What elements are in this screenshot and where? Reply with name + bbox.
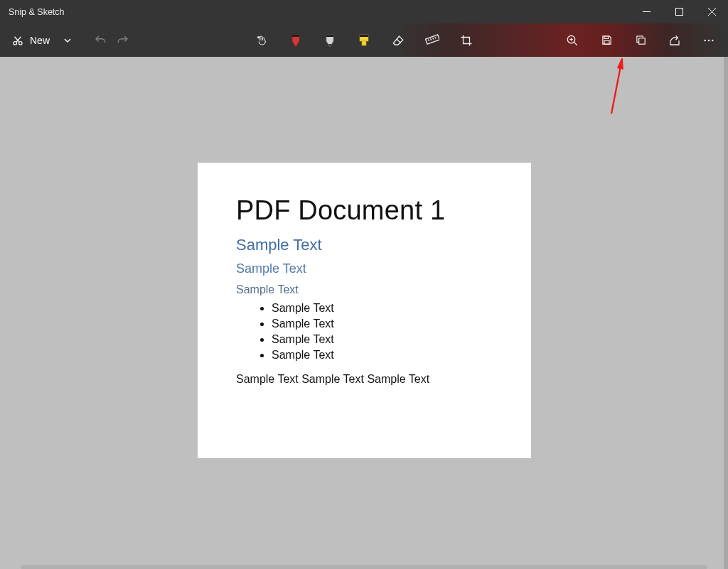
ruler-button[interactable] <box>422 28 443 52</box>
toolbar: New <box>0 23 728 57</box>
doc-heading-2: Sample Text <box>236 261 493 276</box>
save-button[interactable] <box>596 28 617 52</box>
svg-rect-24 <box>638 38 645 45</box>
share-button[interactable] <box>664 28 685 52</box>
undo-button[interactable] <box>90 28 111 52</box>
vertical-scrollbar[interactable] <box>724 57 728 569</box>
app-title: Snip & Sketch <box>9 7 65 17</box>
redo-button[interactable] <box>112 28 134 52</box>
horizontal-scrollbar[interactable] <box>21 565 707 569</box>
captured-document: PDF Document 1 Sample Text Sample Text S… <box>198 163 531 458</box>
svg-rect-1 <box>675 9 682 16</box>
minimize-button[interactable] <box>630 0 663 23</box>
new-button-label: New <box>30 35 50 46</box>
ballpoint-pen-button[interactable] <box>285 28 306 52</box>
crop-button[interactable] <box>456 28 477 52</box>
svg-point-27 <box>712 39 714 41</box>
list-item: Sample Text <box>272 300 493 316</box>
list-item: Sample Text <box>272 316 493 332</box>
svg-rect-23 <box>604 40 609 44</box>
doc-heading-3: Sample Text <box>236 283 493 296</box>
svg-point-26 <box>708 39 710 41</box>
list-item: Sample Text <box>272 347 493 363</box>
window-controls <box>630 0 728 23</box>
pencil-button[interactable] <box>319 28 341 52</box>
svg-line-16 <box>432 38 434 40</box>
maximize-button[interactable] <box>663 0 695 23</box>
doc-title: PDF Document 1 <box>236 195 493 226</box>
app-window: Snip & Sketch New <box>0 0 728 569</box>
new-dropdown-button[interactable] <box>57 28 78 52</box>
svg-rect-10 <box>360 35 368 37</box>
copy-button[interactable] <box>630 28 651 52</box>
touch-writing-button[interactable] <box>251 28 272 52</box>
svg-line-17 <box>435 36 437 38</box>
svg-line-12 <box>397 38 401 43</box>
svg-rect-22 <box>604 36 608 39</box>
svg-point-6 <box>258 36 259 38</box>
svg-point-25 <box>704 39 706 41</box>
list-item: Sample Text <box>272 332 493 347</box>
svg-rect-13 <box>425 34 439 43</box>
svg-rect-7 <box>292 35 299 37</box>
eraser-button[interactable] <box>387 28 409 52</box>
svg-rect-11 <box>362 41 366 45</box>
zoom-button[interactable] <box>562 28 583 52</box>
canvas-area[interactable]: PDF Document 1 Sample Text Sample Text S… <box>0 57 728 569</box>
svg-rect-8 <box>326 35 333 37</box>
svg-line-29 <box>611 63 621 114</box>
titlebar: Snip & Sketch <box>0 0 728 23</box>
svg-line-14 <box>428 39 429 41</box>
doc-heading-1: Sample Text <box>236 236 493 254</box>
new-snip-button[interactable]: New <box>7 28 55 52</box>
annotation-arrow-icon <box>607 58 628 115</box>
close-button[interactable] <box>695 0 728 23</box>
snip-icon <box>11 34 24 47</box>
more-button[interactable] <box>698 28 719 52</box>
doc-paragraph: Sample Text Sample Text Sample Text <box>236 373 493 386</box>
highlighter-button[interactable] <box>353 28 375 52</box>
doc-bullet-list: Sample Text Sample Text Sample Text Samp… <box>272 300 493 363</box>
svg-line-15 <box>430 38 432 40</box>
svg-line-19 <box>574 42 577 45</box>
